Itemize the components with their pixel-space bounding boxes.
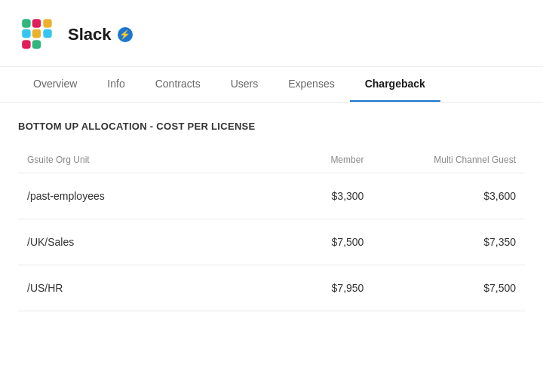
cell-org-1: /UK/Sales <box>18 219 221 265</box>
table-row: /past-employees $3,300 $3,600 <box>18 173 525 219</box>
svg-rect-3 <box>32 29 41 38</box>
table-row: /US/HR $7,950 $7,500 <box>18 265 525 311</box>
tab-contracts[interactable]: Contracts <box>140 67 216 102</box>
app-header: Slack ⚡ <box>0 0 543 67</box>
tab-chargeback[interactable]: Chargeback <box>350 67 440 102</box>
table-header-row: Gsuite Org Unit Member Multi Channel Gue… <box>18 147 525 173</box>
section-title: BOTTOM UP ALLOCATION - COST PER LICENSE <box>18 121 525 132</box>
cell-member-0: $3,300 <box>221 173 373 219</box>
svg-rect-4 <box>43 19 51 27</box>
cell-guest-1: $7,350 <box>373 219 525 265</box>
tab-users[interactable]: Users <box>216 67 274 102</box>
col-header-org: Gsuite Org Unit <box>18 147 221 173</box>
svg-rect-2 <box>22 29 30 38</box>
lightning-icon: ⚡ <box>119 29 130 40</box>
svg-rect-0 <box>22 19 30 27</box>
app-title: Slack <box>68 25 112 44</box>
cell-guest-2: $7,500 <box>373 265 525 311</box>
cell-member-1: $7,500 <box>221 219 373 265</box>
lightning-badge: ⚡ <box>118 27 133 42</box>
cell-org-0: /past-employees <box>18 173 221 219</box>
app-title-row: Slack ⚡ <box>68 25 133 44</box>
col-header-guest: Multi Channel Guest <box>373 147 525 173</box>
cell-member-2: $7,950 <box>221 265 373 311</box>
tabs-nav: Overview Info Contracts Users Expenses C… <box>0 67 543 103</box>
svg-rect-1 <box>32 19 41 27</box>
main-content: BOTTOM UP ALLOCATION - COST PER LICENSE … <box>0 103 543 311</box>
tab-expenses[interactable]: Expenses <box>273 67 349 102</box>
svg-rect-7 <box>43 29 51 38</box>
svg-rect-5 <box>22 40 30 48</box>
allocation-table: Gsuite Org Unit Member Multi Channel Gue… <box>18 147 525 311</box>
tab-overview[interactable]: Overview <box>18 67 92 102</box>
col-header-member: Member <box>221 147 373 173</box>
svg-rect-6 <box>32 40 41 48</box>
cell-org-2: /US/HR <box>18 265 221 311</box>
slack-logo <box>18 15 57 54</box>
table-row: /UK/Sales $7,500 $7,350 <box>18 219 525 265</box>
tab-info[interactable]: Info <box>92 67 140 102</box>
cell-guest-0: $3,600 <box>373 173 525 219</box>
